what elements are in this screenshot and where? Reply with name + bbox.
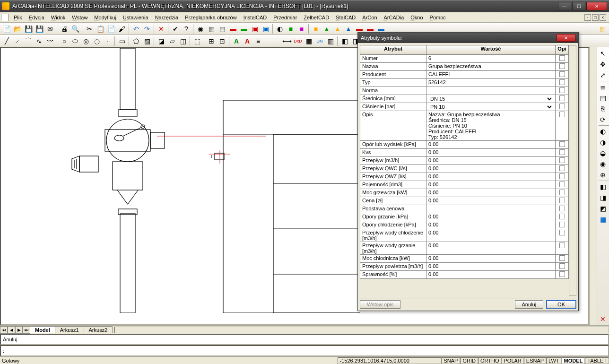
attr-opis-checkbox[interactable] [556,181,569,189]
attr-value[interactable]: 526142 [426,79,556,87]
vertical-scrollbar[interactable] [589,47,597,325]
mtext-icon[interactable]: ≡ [253,36,263,46]
xref-icon[interactable]: ⊡ [217,36,227,46]
rect-icon[interactable]: ▭ [117,36,127,46]
arc-icon[interactable]: ⌒ [23,36,34,46]
tool-2-icon[interactable]: ▦ [206,24,217,34]
cancel-button[interactable]: Anuluj [515,300,544,309]
save-icon[interactable]: 💾 [23,24,34,34]
dialog-scrollbar[interactable] [569,45,576,296]
new-icon[interactable]: 📄 [1,24,12,34]
attr-value[interactable]: PN 10 [426,103,556,111]
menu-okno[interactable]: Okno [407,14,426,21]
attr-value[interactable]: Grupa bezpieczeństwa [426,63,556,71]
donut-icon[interactable]: ◎ [81,36,91,46]
attr-value[interactable]: 0.00 [426,229,556,242]
rt-x5-icon[interactable]: ⊕ [598,170,608,180]
rt-rotate-icon[interactable]: ⟳ [598,114,608,125]
dialog-close-button[interactable]: ✕ [557,34,575,42]
rt-prop-icon[interactable]: ▤ [598,93,608,103]
menu-widok[interactable]: Widok [48,14,69,21]
attr-opis-checkbox[interactable] [556,242,569,255]
attr-value[interactable]: 0.00 [426,242,556,255]
print-icon[interactable]: 🖨 [59,24,70,34]
dim-5-icon[interactable]: ▥ [325,36,336,46]
dialog-titlebar[interactable]: Atrybuty symbolu: ✕ [358,33,578,43]
format-painter-icon[interactable]: 🖌 [117,24,127,34]
tab-arkusz1[interactable]: Arkusz1 [55,326,84,333]
attr-opis-checkbox[interactable] [556,263,569,271]
block-icon[interactable]: ⬚ [192,36,202,46]
preview-icon[interactable]: 🔍 [70,24,80,34]
tool-7-icon[interactable]: ▣ [261,24,271,34]
attr-opis-checkbox[interactable] [556,197,569,205]
text-a2-icon[interactable]: A [242,36,252,46]
tool-8-icon[interactable]: ◐ [275,24,285,34]
attr-opis-checkbox[interactable] [556,87,569,95]
status-toggle-polar[interactable]: POLAR [502,357,524,364]
rt-close-x-icon[interactable]: ✕ [598,314,608,324]
rt-m3-icon[interactable]: ◩ [598,203,608,214]
menu-modyfikuj[interactable]: Modyfikuj [91,14,119,21]
tool-1-icon[interactable]: ◉ [195,24,206,34]
attr-value[interactable]: 0.00 [426,141,556,149]
ok-button[interactable]: OK [546,300,576,309]
attr-opis-checkbox[interactable] [556,149,569,157]
rt-grid-icon[interactable]: ▦ [598,214,608,225]
attr-opis-checkbox[interactable] [556,213,569,221]
status-toggle-model[interactable]: MODEL [562,357,585,364]
tool-11-icon[interactable]: ■ [311,24,321,34]
menu-żelbetcad[interactable]: ŻelbetCAD [300,14,332,21]
undo-icon[interactable]: ↶ [131,24,141,34]
hatch-icon[interactable]: ▨ [142,36,152,46]
rt-cursor-icon[interactable]: ↖ [598,48,608,59]
attr-opis-checkbox[interactable] [556,271,569,279]
insert-icon[interactable]: ⊞ [206,36,217,46]
menu-przedmiar[interactable]: Przedmiar [270,14,300,21]
mdi-restore-icon[interactable]: □ [592,14,599,21]
menu-stalcad[interactable]: StalCAD [332,14,359,21]
attr-opis-checkbox[interactable] [556,95,569,103]
attr-value[interactable]: 0.00 [426,189,556,197]
status-toggle-tablet[interactable]: TABLET [585,357,609,364]
attr-opis-checkbox[interactable] [556,111,569,141]
attr-value[interactable]: 0.00 [426,221,556,229]
point-icon[interactable]: ∙ [103,36,113,46]
attr-opis-checkbox[interactable] [556,205,569,213]
mdi-minimize-icon[interactable]: - [584,14,591,21]
status-toggle-grid[interactable]: GRID [460,357,478,364]
attr-opis-checkbox[interactable] [556,221,569,229]
horizontal-scrollbar[interactable] [114,327,609,333]
attr-opis-checkbox[interactable] [556,157,569,165]
attr-opis-checkbox[interactable] [556,63,569,71]
attr-value[interactable]: 0.00 [426,157,556,165]
attr-value[interactable]: 0.00 [426,181,556,189]
attr-value[interactable]: 0.00 [426,149,556,157]
attr-value[interactable]: Nazwa: Grupa bezpieczeństwa Średnica: DN… [426,111,556,141]
text-a-icon[interactable]: A [231,36,242,46]
rt-m2-icon[interactable]: ◨ [598,192,608,203]
tab-arkusz2[interactable]: Arkusz2 [84,326,113,333]
tool-4-icon[interactable]: ▬ [228,24,238,34]
attr-value[interactable]: 0.00 [426,197,556,205]
attr-opis-checkbox[interactable] [556,103,569,111]
attr-value[interactable]: 0.00 [426,213,556,221]
tool-12-icon[interactable]: ▲ [322,24,332,34]
palette-icon[interactable]: ▦ [597,24,608,34]
dim-1-icon[interactable]: ⟷ [282,36,292,46]
tool-9-icon[interactable]: ■ [286,24,296,34]
tool-13-icon[interactable]: ▲ [332,24,343,34]
menu-narzędzia[interactable]: Narzędzia [152,14,182,21]
attr-value[interactable]: DN 15 [426,95,556,103]
tab-model[interactable]: Model [30,326,55,333]
ellipse-icon[interactable]: ⬭ [70,36,80,46]
tab-last-icon[interactable]: ⏭ [23,326,30,334]
rt-x2-icon[interactable]: ◑ [598,137,608,147]
attr-value[interactable]: CALEFFI [426,71,556,79]
attr-value[interactable]: 6 [426,55,556,63]
attr-opis-checkbox[interactable] [556,229,569,242]
open-icon[interactable]: 📂 [12,24,23,34]
rt-m1-icon[interactable]: ◧ [598,182,608,192]
status-toggle-lwt[interactable]: LWT [546,357,561,364]
delete-icon[interactable]: ✕ [156,24,166,34]
